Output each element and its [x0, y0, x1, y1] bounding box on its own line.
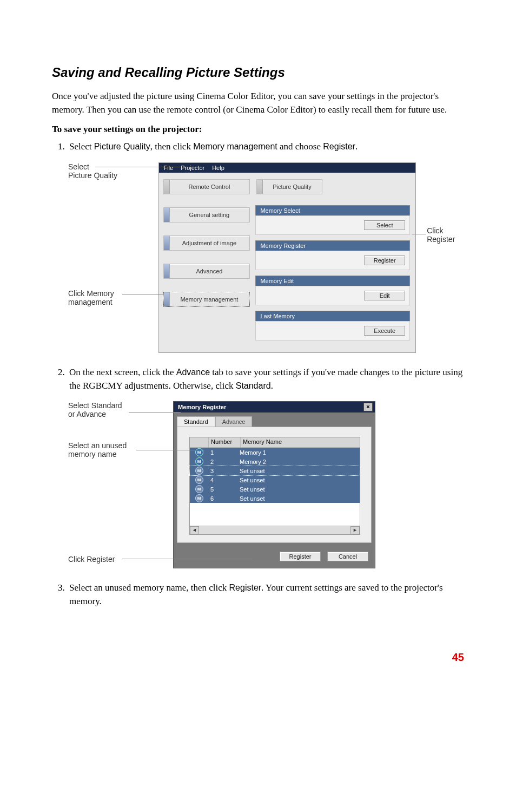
row-number: 2 — [208, 459, 237, 465]
anno-select-std-1: Select Standard — [68, 401, 122, 410]
section-heading: Saving and Recalling Picture Settings — [52, 65, 464, 80]
menu-help[interactable]: Help — [212, 165, 224, 171]
anno-select-pq-2: Picture Quality — [68, 171, 117, 180]
memory-register-dialog: Memory Register × Standard Advance Numbe… — [173, 401, 375, 568]
memory-icon: M — [195, 467, 203, 475]
memory-management-button[interactable]: Memory management — [163, 292, 250, 307]
horizontal-scrollbar[interactable]: ◄ ► — [190, 526, 360, 534]
col-memory-name: Memory Name — [241, 437, 360, 448]
col-number: Number — [209, 437, 241, 448]
scroll-right-icon[interactable]: ► — [350, 526, 360, 534]
lead-line: To save your settings on the projector: — [52, 124, 464, 135]
general-setting-button[interactable]: General setting — [163, 207, 250, 222]
table-row[interactable]: M4Set unset — [190, 475, 360, 484]
row-number: 6 — [208, 495, 237, 502]
execute-button[interactable]: Execute — [364, 326, 405, 336]
close-icon[interactable]: × — [363, 403, 373, 411]
app-window-screenshot-1: File Projector Help Remote Control Gener… — [158, 162, 416, 353]
row-number: 1 — [208, 449, 237, 456]
memory-icon: M — [195, 494, 203, 502]
remote-control-button[interactable]: Remote Control — [163, 179, 250, 194]
anno-select-std-2: or Advance — [68, 410, 122, 418]
row-name: Set unset — [237, 486, 360, 493]
select-button[interactable]: Select — [364, 220, 405, 230]
step-3: Select an unused memory name, then click… — [67, 581, 464, 608]
memory-register-panel-head: Memory Register — [255, 240, 410, 251]
memory-edit-panel-head: Memory Edit — [255, 276, 410, 286]
memory-icon: M — [195, 485, 203, 493]
table-row[interactable]: M5Set unset — [190, 484, 360, 494]
memory-icon: M — [195, 476, 203, 484]
step-2: On the next screen, click the Advance ta… — [67, 366, 464, 392]
step-1: Select Picture Quality, then click Memor… — [67, 140, 464, 154]
edit-button[interactable]: Edit — [364, 291, 405, 300]
table-row[interactable]: M2Memory 2 — [190, 457, 360, 466]
table-row[interactable]: M1Memory 1 — [190, 448, 360, 457]
anno-click-register-1: Click — [427, 226, 455, 235]
row-name: Set unset — [237, 495, 360, 502]
anno-click-register-2: Register — [427, 235, 455, 244]
menu-projector[interactable]: Projector — [181, 165, 204, 171]
anno-unused-2: memory name — [68, 450, 127, 459]
anno-click-mem-2: management — [68, 298, 114, 306]
dialog-title: Memory Register — [178, 404, 226, 410]
anno-click-mem-1: Click Click MemoryMemory — [68, 289, 114, 298]
menu-file[interactable]: File — [163, 165, 173, 171]
row-name: Memory 2 — [237, 459, 360, 465]
row-name: Set unset — [237, 477, 360, 483]
tab-advance[interactable]: Advance — [215, 416, 253, 427]
row-number: 4 — [208, 477, 237, 483]
dialog-cancel-button[interactable]: Cancel — [327, 552, 368, 561]
table-row[interactable]: M3Set unset — [189, 466, 360, 476]
advanced-button[interactable]: Advanced — [163, 264, 250, 279]
table-row[interactable]: M6Set unset — [190, 494, 360, 503]
row-number: 5 — [208, 486, 237, 493]
adjustment-of-image-button[interactable]: Adjustment of image — [163, 235, 250, 251]
row-name: Memory 1 — [237, 449, 360, 456]
anno-click-reg: Click Register — [68, 555, 115, 564]
register-button[interactable]: Register — [364, 256, 405, 265]
intro-paragraph: Once you've adjusted the picture using C… — [52, 90, 464, 116]
tab-standard[interactable]: Standard — [177, 416, 215, 427]
memory-table: Number Memory Name M1Memory 1M2Memory 2M… — [189, 437, 360, 535]
row-number: 3 — [208, 468, 237, 474]
memory-select-panel-head: Memory Select — [255, 205, 410, 215]
memory-icon: M — [195, 457, 203, 466]
row-name: Set unset — [237, 468, 360, 474]
anno-unused-1: Select an unused — [68, 441, 127, 450]
page-number: 45 — [0, 638, 516, 683]
last-memory-panel-head: Last Memory — [255, 311, 410, 321]
scroll-left-icon[interactable]: ◄ — [190, 526, 199, 534]
picture-quality-button[interactable]: Picture Quality — [256, 179, 322, 194]
dialog-register-button[interactable]: Register — [280, 552, 321, 561]
